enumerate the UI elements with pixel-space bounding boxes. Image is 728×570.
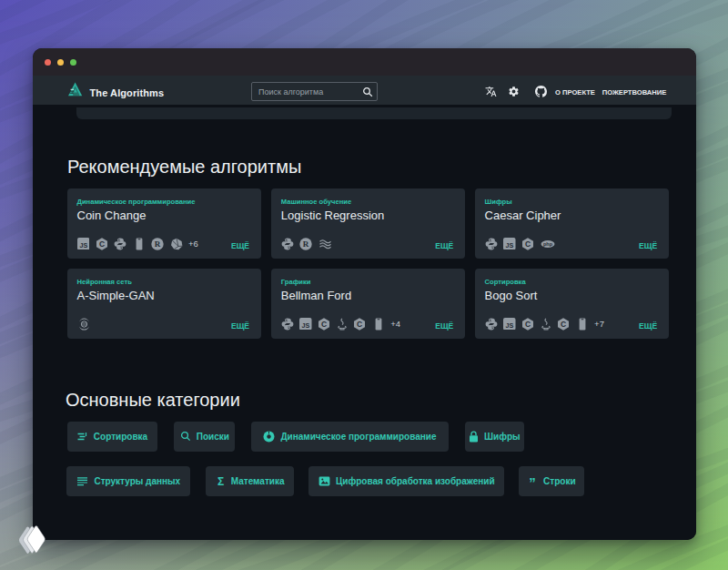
svg-text:Σ: Σ [217, 475, 224, 487]
svg-text:JS: JS [506, 321, 514, 329]
svg-text:”: ” [529, 476, 536, 487]
svg-text:C: C [98, 239, 104, 249]
svg-text:R: R [155, 239, 161, 249]
svg-text:C: C [321, 320, 327, 329]
svg-text:C: C [525, 320, 531, 329]
svg-text:C: C [561, 320, 566, 329]
svg-text:C: C [525, 239, 531, 249]
svg-text:JS: JS [302, 321, 310, 329]
svg-text:C: C [357, 320, 362, 329]
svg-text:R: R [303, 239, 309, 249]
svg-text:JS: JS [79, 240, 87, 249]
svg-text:JS: JS [506, 240, 514, 249]
svg-text:php: php [543, 241, 553, 247]
